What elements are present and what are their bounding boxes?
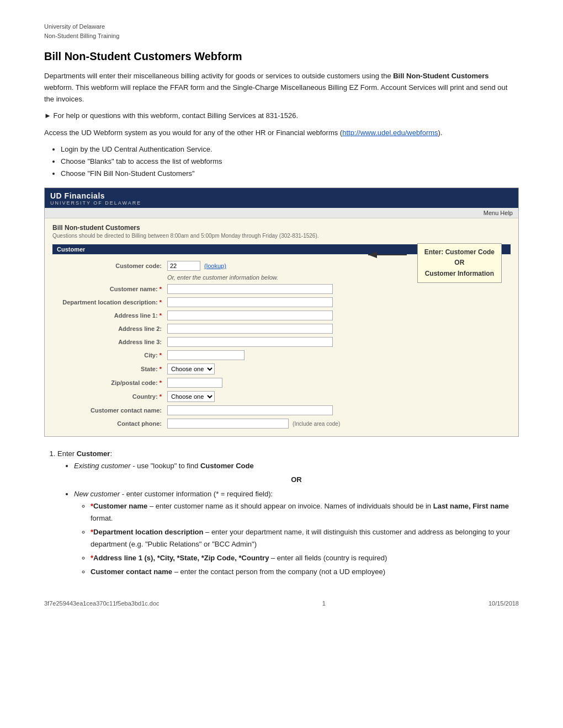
address1-row: Address line 1: *: [54, 309, 509, 322]
zip-star: *: [160, 379, 162, 386]
access-text-start: Access the UD Webform system as you woul…: [44, 129, 342, 137]
callout-box: Enter: Customer Code OR Customer Informa…: [417, 243, 502, 283]
sub1: *Customer name – enter customer name as …: [91, 500, 519, 524]
webform-screenshot: UD Financials UNIVERSITY OF DELAWARE Men…: [44, 188, 519, 437]
step1-label: Enter: [57, 449, 77, 458]
bullet-item-2: Choose "Blanks" tab to access the list o…: [61, 156, 519, 168]
sub1-rest: – enter customer name as it should appea…: [147, 502, 433, 510]
step1-colon: :: [110, 449, 112, 458]
or-label-cell: [54, 273, 164, 282]
city-input[interactable]: [167, 350, 245, 360]
customer-name-star: *: [160, 286, 162, 292]
address2-row: Address line 2:: [54, 323, 509, 335]
zip-label: Zip/postal code: *: [54, 377, 164, 389]
zip-input[interactable]: [167, 378, 222, 388]
intro-text-start: Departments will enter their miscellaneo…: [44, 72, 393, 80]
contact-phone-row: Contact phone: (Include area code): [54, 417, 509, 430]
country-select[interactable]: Choose one: [167, 391, 215, 402]
footer-page-num: 1: [322, 600, 326, 607]
address1-star: *: [160, 312, 162, 319]
access-text-end: ).: [438, 129, 443, 137]
customer-code-label: Customer code:: [54, 260, 164, 272]
instructions-list: Enter Customer: Existing customer - use …: [57, 448, 519, 578]
intro-text-end: webform. This webform will replace the F…: [44, 83, 507, 103]
or-text: Or, enter the customer information below…: [167, 274, 278, 281]
sub2: *Department location description – enter…: [91, 526, 519, 550]
address3-input[interactable]: [167, 337, 333, 347]
wf-subtitle: UNIVERSITY OF DELAWARE: [50, 200, 513, 206]
page-footer: 3f7e259443ea1cea370c11f5eba3bd1c.doc 1 1…: [44, 600, 519, 607]
new-rest: - enter customer information (* = requir…: [120, 490, 273, 498]
address1-label: Address line 1: *: [54, 309, 164, 322]
callout-line2: OR: [424, 258, 495, 268]
wf-menu-items: Menu Help: [484, 210, 513, 216]
country-label: Country: *: [54, 390, 164, 403]
city-label: City: *: [54, 349, 164, 361]
contact-name-input[interactable]: [167, 405, 333, 415]
instructions-section: Enter Customer: Existing customer - use …: [44, 448, 519, 578]
instruction-step1: Enter Customer: Existing customer - use …: [57, 448, 519, 578]
sub3-bold1: Address line 1 (s),: [93, 554, 155, 562]
callout-line1: Enter: Customer Code: [424, 247, 495, 258]
wf-title: UD Financials: [50, 191, 513, 200]
dept-location-input[interactable]: [167, 297, 333, 307]
access-text: Access the UD Webform system as you woul…: [44, 127, 519, 139]
address3-row: Address line 3:: [54, 336, 509, 348]
existing-italic: Existing customer: [74, 462, 131, 470]
step1-new: New customer - enter customer informatio…: [74, 488, 519, 579]
wf-menu-bar: Menu Help: [45, 208, 518, 218]
contact-name-field-cell: [165, 404, 509, 416]
city-star: *: [160, 352, 162, 358]
footer-date: 10/15/2018: [488, 600, 519, 607]
contact-phone-field-cell: (Include area code): [165, 417, 509, 430]
step1-bold: Customer: [77, 449, 110, 458]
wf-header: UD Financials UNIVERSITY OF DELAWARE: [45, 188, 518, 208]
city-field-cell: [165, 349, 509, 361]
wf-form-subtitle: Questions should be directed to Billing …: [52, 233, 511, 239]
country-row: Country: * Choose one: [54, 390, 509, 403]
or-label: OR: [291, 475, 302, 484]
dept-location-label: Department location description: *: [54, 296, 164, 308]
customer-name-field-cell: [165, 283, 509, 295]
callout-arrow: [363, 247, 412, 263]
bullet-item-3: Choose "FIN Bill Non-Student Customers": [61, 168, 519, 180]
sub4-bold: Customer contact name: [91, 568, 172, 576]
step1-existing: Existing customer - use "lookup" to find…: [74, 460, 519, 472]
contact-name-label: Customer contact name:: [54, 404, 164, 416]
sub3-bold5: *Country: [237, 554, 269, 562]
address2-input[interactable]: [167, 324, 333, 334]
contact-phone-label: Contact phone:: [54, 417, 164, 430]
help-line: ► For help or questions with this webfor…: [44, 110, 519, 122]
zip-row: Zip/postal code: *: [54, 377, 509, 389]
address2-field-cell: [165, 323, 509, 335]
intro-bold: Bill Non-Student Customers: [393, 72, 488, 80]
customer-name-input[interactable]: [167, 284, 333, 294]
address1-field-cell: [165, 309, 509, 322]
country-field-cell: Choose one: [165, 390, 509, 403]
state-select[interactable]: Choose one: [167, 363, 215, 374]
dept-location-row: Department location description: *: [54, 296, 509, 308]
customer-code-input[interactable]: [167, 261, 200, 271]
contact-phone-input[interactable]: [167, 419, 289, 429]
new-italic: New customer: [74, 490, 120, 498]
sub1-bold: Customer name: [93, 502, 147, 510]
intro-paragraph: Departments will enter their miscellaneo…: [44, 71, 519, 105]
zip-field-cell: [165, 377, 509, 389]
lookup-link[interactable]: (lookup): [204, 263, 226, 269]
address1-input[interactable]: [167, 311, 333, 320]
dept-location-field-cell: [165, 296, 509, 308]
wf-form-table: Customer code: (lookup) Or, enter the cu…: [52, 259, 511, 431]
state-row: State: * Choose one: [54, 362, 509, 376]
header-info: University of Delaware Non-Student Billi…: [44, 22, 519, 40]
wf-form-title: Bill Non-student Customers: [52, 224, 511, 232]
sub3-rest: – enter all fields (country is required): [269, 554, 387, 562]
state-star: *: [160, 366, 162, 372]
address3-field-cell: [165, 336, 509, 348]
address2-label: Address line 2:: [54, 323, 164, 335]
new-customer-sub-list: *Customer name – enter customer name as …: [91, 500, 519, 579]
country-star: *: [160, 393, 162, 400]
contact-phone-note: (Include area code): [293, 421, 340, 427]
footer-doc-id: 3f7e259443ea1cea370c11f5eba3bd1c.doc: [44, 600, 160, 607]
webforms-link[interactable]: http://www.udel.edu/webforms: [342, 129, 438, 137]
sub2-bold: Department location description: [93, 528, 203, 536]
